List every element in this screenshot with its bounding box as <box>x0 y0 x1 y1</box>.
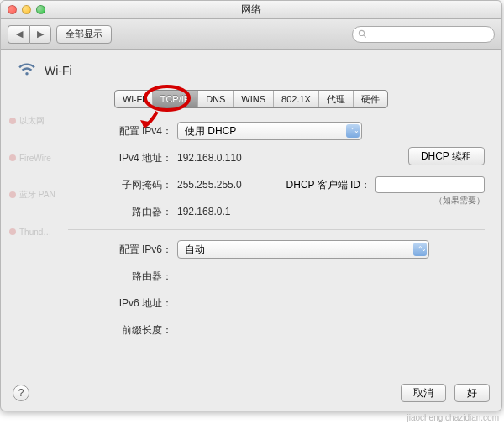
tab-dns[interactable]: DNS <box>198 91 234 107</box>
configure-ipv6-select[interactable]: 自动 <box>177 240 429 259</box>
search-input[interactable] <box>352 26 495 43</box>
configure-ipv6-label: 配置 IPv6： <box>68 243 177 257</box>
search-icon <box>358 29 367 39</box>
footer: ? 取消 好 <box>1 384 501 402</box>
dhcp-client-id-hint: （如果需要） <box>434 195 485 207</box>
ipv6-address-label: IPv6 地址： <box>68 296 177 311</box>
dhcp-renew-button[interactable]: DHCP 续租 <box>408 147 485 165</box>
titlebar: 网络 <box>1 1 501 19</box>
configure-ipv4-label: 配置 IPv4： <box>68 124 177 139</box>
watermark-text: jiaocheng.chazidian.com <box>407 413 499 422</box>
toolbar: ◀ ▶ 全部显示 <box>1 19 501 50</box>
ipv6-router-label: 路由器： <box>68 270 177 284</box>
svg-point-0 <box>359 30 364 35</box>
minimize-window-button[interactable] <box>22 5 31 14</box>
wifi-icon <box>16 58 38 83</box>
ipv4-address-label: IPv4 地址： <box>68 151 177 165</box>
tab-proxy[interactable]: 代理 <box>319 91 354 107</box>
tcpip-panel: 配置 IPv4： 使用 DHCP IPv4 地址： 192.168.0.110 … <box>51 108 501 356</box>
tab-8021x[interactable]: 802.1X <box>274 91 319 107</box>
service-header: Wi-Fi <box>1 50 501 88</box>
tab-bar: Wi-Fi TCP/IP DNS WINS 802.1X 代理 硬件 <box>1 90 501 108</box>
zoom-window-button[interactable] <box>36 5 45 14</box>
dhcp-client-id-label: DHCP 客户端 ID： <box>286 178 370 192</box>
ipv4-address-value: 192.168.0.110 <box>177 152 242 164</box>
router-value: 192.168.0.1 <box>177 206 230 217</box>
svg-line-1 <box>364 35 366 38</box>
tab-wifi[interactable]: Wi-Fi <box>115 91 153 107</box>
prefix-length-label: 前缀长度： <box>68 323 177 338</box>
tab-tcpip[interactable]: TCP/IP <box>153 91 198 107</box>
service-name: Wi-Fi <box>45 64 72 77</box>
subnet-mask-label: 子网掩码： <box>68 178 177 192</box>
dhcp-client-id-input[interactable] <box>375 176 485 193</box>
back-button[interactable]: ◀ <box>8 25 29 44</box>
separator <box>68 229 485 230</box>
help-button[interactable]: ? <box>13 385 29 401</box>
show-all-button[interactable]: 全部显示 <box>56 25 112 44</box>
router-label: 路由器： <box>68 205 177 219</box>
close-window-button[interactable] <box>8 5 17 14</box>
subnet-mask-value: 255.255.255.0 <box>177 179 242 191</box>
window-title: 网络 <box>241 3 261 17</box>
ok-button[interactable]: 好 <box>454 384 490 402</box>
configure-ipv4-select[interactable]: 使用 DHCP <box>177 122 362 140</box>
cancel-button[interactable]: 取消 <box>401 384 446 402</box>
forward-button[interactable]: ▶ <box>29 25 51 44</box>
tab-wins[interactable]: WINS <box>234 91 274 107</box>
tab-hardware[interactable]: 硬件 <box>354 91 387 107</box>
